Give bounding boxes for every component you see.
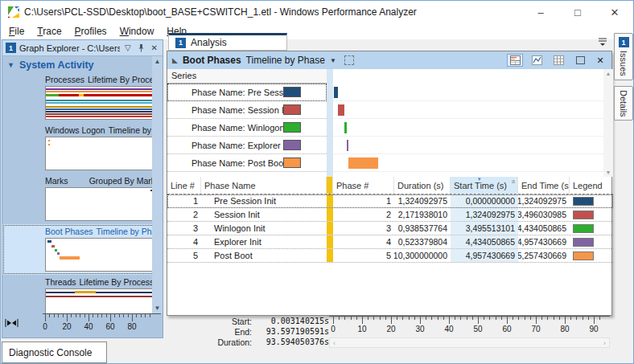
cell-num: 3 (333, 222, 394, 235)
ruler-major-tick (391, 317, 392, 324)
ruler-tick (150, 314, 150, 317)
ruler-tick-label: 40 (444, 325, 453, 333)
timeline-chart[interactable] (333, 69, 603, 177)
sidebar-item-mode: Timeline by Phase (97, 227, 155, 236)
series-row[interactable]: Phase Name: Explorer Init (167, 137, 327, 154)
chart-row (333, 101, 603, 119)
sidebar-item-labels: ThreadsLifetime By Process, Thread (45, 277, 155, 287)
phase-bar[interactable] (348, 157, 378, 169)
graph-only-icon[interactable] (529, 54, 545, 67)
highlight-selection-icon[interactable] (344, 55, 354, 65)
chevron-down-icon[interactable]: ▼ (330, 57, 336, 64)
table-row[interactable]: 2Session Init22,1719380101,3240929753,49… (167, 208, 613, 222)
graph-and-table-icon[interactable] (507, 54, 523, 67)
maximize-button[interactable]: □ (559, 1, 596, 23)
phase-bar[interactable] (344, 122, 347, 133)
series-row[interactable]: Phase Name: Pre Session I... (167, 84, 327, 101)
tab-issues[interactable]: 1 Issues (614, 33, 633, 80)
chart-scrollbar[interactable]: ▲ ▼ (603, 69, 613, 177)
close-panel-icon[interactable]: ✕ (150, 43, 159, 52)
menu-file[interactable]: File (2, 24, 31, 39)
scroll-left-icon[interactable]: ‹ (333, 339, 336, 347)
series-row[interactable]: Phase Name: Post Boot (167, 154, 327, 172)
sidebar-item-labels: ProcessesLifetime By Process (45, 75, 155, 84)
sidebar-item-boot-phases[interactable]: Boot PhasesTimeline by Phase (2, 224, 163, 275)
col-line[interactable]: Line # (167, 177, 201, 194)
menu-profiles[interactable]: Profiles (68, 24, 113, 39)
trace-time-status: Start:0.003140215s End:93.597190591s Dur… (202, 316, 329, 347)
sidebar-item-threads[interactable]: ThreadsLifetime By Process, Thread (2, 275, 163, 313)
phase-bar[interactable] (347, 140, 348, 151)
expander-icon[interactable]: ◣ (172, 56, 178, 64)
minimize-button[interactable]: – (522, 1, 559, 23)
cell-legend (570, 208, 613, 221)
ruler-tick (58, 314, 59, 317)
graph-bar-column (327, 177, 333, 194)
restore-view-icon[interactable] (572, 54, 588, 67)
phase-bar[interactable] (338, 104, 344, 116)
sidebar-item-windows-logon[interactable]: Windows LogonTimeline by Subscr... (2, 123, 163, 174)
sidebar-item-processes[interactable]: ProcessesLifetime By Process (2, 72, 163, 123)
scroll-right-icon[interactable]: › (603, 339, 606, 347)
graph-mode[interactable]: Timeline by Phase (246, 55, 325, 66)
cell-end: 1,324092975 (518, 194, 570, 207)
zoom-fit-icon[interactable] (5, 318, 19, 328)
thumbnail-graph-marks (45, 187, 155, 221)
ruler-tick-label: 20 (386, 325, 395, 333)
series-row[interactable]: Phase Name: Session Init (167, 101, 327, 119)
series-chart-splitter[interactable] (327, 69, 333, 177)
graph-explorer-header[interactable]: 1 Graph Explorer - C:\Users\PC... ▽ ✕ (2, 40, 163, 56)
close-view-icon[interactable]: ✕ (594, 55, 607, 66)
analysis-tab-badge: 1 (175, 38, 186, 48)
diagnostic-console-button[interactable]: Diagnostic Console (2, 342, 107, 363)
tab-analysis[interactable]: 1 Analysis (168, 33, 287, 51)
end-value: 93.597190591s (255, 327, 329, 336)
scroll-down-icon[interactable]: ▼ (606, 170, 611, 175)
cell-start: 0,000000000 (451, 194, 518, 207)
ruler-tick (501, 317, 502, 320)
series-row[interactable]: Phase Name: Winlogon Init (167, 119, 327, 137)
pin-icon[interactable] (136, 43, 146, 52)
table-row[interactable]: 3Winlogon Init30,9385377643,4955131014,4… (167, 222, 613, 235)
close-button[interactable]: ✕ (596, 1, 633, 23)
ruler-tick (455, 317, 455, 320)
cell-dur: 2,171938010 (394, 208, 451, 221)
chart-row (333, 137, 603, 154)
dropdown-icon[interactable]: ▽ (123, 43, 133, 52)
col-duration[interactable]: Duration (s) (394, 177, 451, 194)
tab-details[interactable]: Details (614, 86, 633, 121)
details-label: Details (619, 90, 628, 117)
section-system-activity[interactable]: ▼ System Activity (2, 56, 163, 72)
table-row[interactable]: 1Pre Session Init11,3240929750,000000000… (167, 194, 613, 208)
cell-legend (570, 235, 613, 248)
duration-value: 93.594050376s (255, 337, 329, 346)
table-only-icon[interactable] (550, 54, 566, 67)
col-start-time[interactable]: ▾ Start Time (s) a (451, 177, 518, 194)
table-row[interactable]: 4Explorer Init40,5233798044,4340508654,9… (167, 235, 613, 249)
ruler-tick (525, 317, 525, 320)
col-phase-name[interactable]: Phase Name (201, 177, 327, 194)
phase-bar[interactable] (334, 87, 338, 98)
scroll-down-icon[interactable]: ▼ (154, 305, 161, 312)
table-row[interactable]: 5Post Boot510,3000000004,95743066915,257… (167, 249, 613, 263)
cell-dur: 10,300000000 (394, 249, 451, 262)
legend-color-swatch (573, 252, 594, 260)
series-color-swatch (283, 104, 301, 115)
timeline-scrollbar[interactable]: ‹ › (329, 337, 610, 348)
menu-trace[interactable]: Trace (31, 24, 68, 39)
ruler-tick (97, 314, 98, 317)
scroll-up-icon[interactable]: ▲ (606, 71, 611, 76)
ruler-tick (49, 314, 50, 317)
sidebar-item-marks[interactable]: MarksGrouped By Mark (2, 174, 163, 224)
col-end-time[interactable]: End Time (s) (518, 177, 570, 194)
col-legend[interactable]: Legend (570, 177, 613, 194)
col-phase-num[interactable]: Phase # (333, 177, 394, 194)
ruler-tick (438, 317, 438, 320)
menu-window[interactable]: Window (113, 24, 161, 39)
sidebar-scrollbar[interactable]: ▲ ▼ (152, 56, 163, 313)
ruler-tick-label: 30 (415, 325, 424, 333)
cell-end: 4,434050865 (518, 222, 570, 235)
ruler-tick-label: 40 (84, 322, 93, 331)
scroll-up-icon[interactable]: ▲ (154, 58, 161, 65)
tab-list-icon[interactable] (598, 37, 607, 47)
